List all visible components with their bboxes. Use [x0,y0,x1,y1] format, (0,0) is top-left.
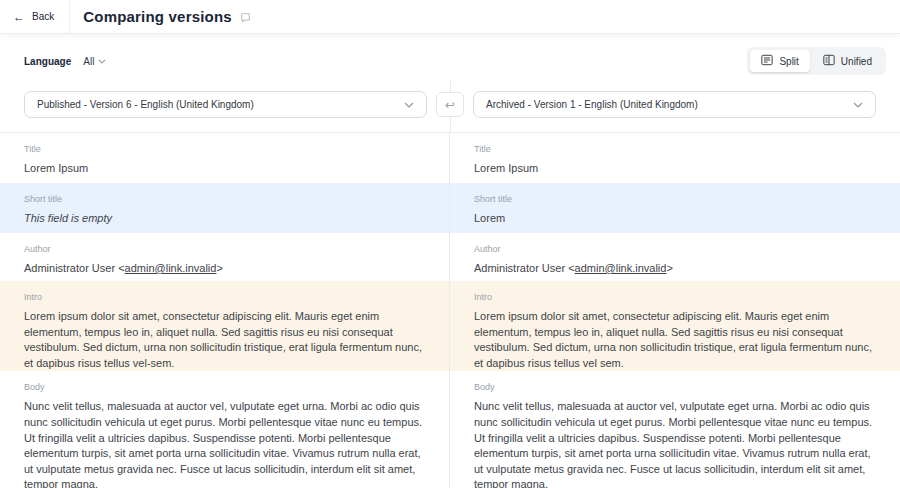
field-label: Intro [474,292,876,302]
unified-view-button[interactable]: Unified [812,50,883,72]
field-label: Short title [24,194,425,204]
intro-cell-left: Intro Lorem ipsum dolor sit amet, consec… [0,281,450,371]
field-label: Author [24,244,425,254]
chevron-down-icon [853,102,863,108]
left-version-value: Published - Version 6 - English (United … [37,99,254,110]
body-cell-right: Body Nunc velit tellus, malesuada at auc… [450,371,900,488]
field-value-empty: This field is empty [24,211,425,227]
page-title: Comparing versions [83,8,232,25]
swap-versions-icon: ↩ [445,99,455,111]
field-value: Nunc velit tellus, malesuada at auctor v… [24,399,425,488]
field-row-intro: Intro Lorem ipsum dolor sit amet, consec… [0,281,900,371]
right-version-dropdown[interactable]: Archived - Version 1 - English (United K… [473,91,876,118]
field-row-author: Author Administrator User <admin@link.in… [0,233,900,281]
field-value: Lorem Ipsum [24,161,425,177]
field-label: Intro [24,292,425,302]
field-value: Lorem ipsum dolor sit amet, consectetur … [24,309,425,371]
version-selector-row: Published - Version 6 - English (United … [0,85,900,132]
right-version-value: Archived - Version 1 - English (United K… [486,99,698,110]
field-value: Nunc velit tellus, malesuada at auctor v… [474,399,876,488]
split-view-button[interactable]: Split [750,50,809,72]
field-label: Title [24,144,425,154]
language-label: Language [24,56,71,67]
field-label: Body [24,382,425,392]
author-email-link[interactable]: admin@link.invalid [575,262,667,274]
unified-view-icon [823,54,835,68]
comment-icon [240,12,251,23]
page-title-group: Comparing versions [83,8,251,25]
field-value: Lorem [474,211,876,227]
field-label: Title [474,144,876,154]
field-value: Lorem Ipsum [474,161,876,177]
field-row-short-title: Short title This field is empty Short ti… [0,183,900,233]
back-arrow-icon: ← [13,11,25,23]
comparison-grid: Title Lorem Ipsum Title Lorem Ipsum Shor… [0,132,900,488]
author-suffix: > [216,262,222,274]
field-value: Lorem ipsum dolor sit amet, consectetur … [474,309,876,371]
author-cell-right: Author Administrator User <admin@link.in… [450,233,900,281]
left-version-dropdown[interactable]: Published - Version 6 - English (United … [24,91,427,118]
toolbar: Language All Split [0,34,900,85]
field-row-body: Body Nunc velit tellus, malesuada at auc… [0,371,900,488]
view-mode-toggle: Split Unified [747,47,886,75]
field-row-title: Title Lorem Ipsum Title Lorem Ipsum [0,133,900,183]
author-email-link[interactable]: admin@link.invalid [125,262,217,274]
field-label: Author [474,244,876,254]
language-filter-group: Language All [24,56,106,67]
field-label: Body [474,382,876,392]
author-suffix: > [666,262,672,274]
author-cell-left: Author Administrator User <admin@link.in… [0,233,450,281]
field-label: Short title [474,194,876,204]
short-title-cell-left: Short title This field is empty [0,183,450,233]
short-title-cell-right: Short title Lorem [450,183,900,233]
intro-cell-right: Intro Lorem ipsum dolor sit amet, consec… [450,281,900,371]
author-name: Administrator User < [24,262,125,274]
split-view-icon [761,54,773,68]
chevron-down-icon [98,59,106,64]
author-name: Administrator User < [474,262,575,274]
title-cell-left: Title Lorem Ipsum [0,133,450,183]
unified-view-label: Unified [841,56,872,67]
back-button-label: Back [32,11,54,22]
language-dropdown-value: All [83,56,94,67]
swap-divider: ↩ [427,91,473,118]
field-value: Administrator User <admin@link.invalid> [474,261,876,277]
back-button[interactable]: ← Back [0,0,69,33]
chevron-down-icon [404,102,414,108]
header-divider [69,0,70,33]
field-value: Administrator User <admin@link.invalid> [24,261,425,277]
split-view-label: Split [779,56,798,67]
title-cell-right: Title Lorem Ipsum [450,133,900,183]
swap-versions-button[interactable]: ↩ [436,92,464,117]
header-bar: ← Back Comparing versions [0,0,900,34]
language-dropdown[interactable]: All [83,56,106,67]
body-cell-left: Body Nunc velit tellus, malesuada at auc… [0,371,450,488]
